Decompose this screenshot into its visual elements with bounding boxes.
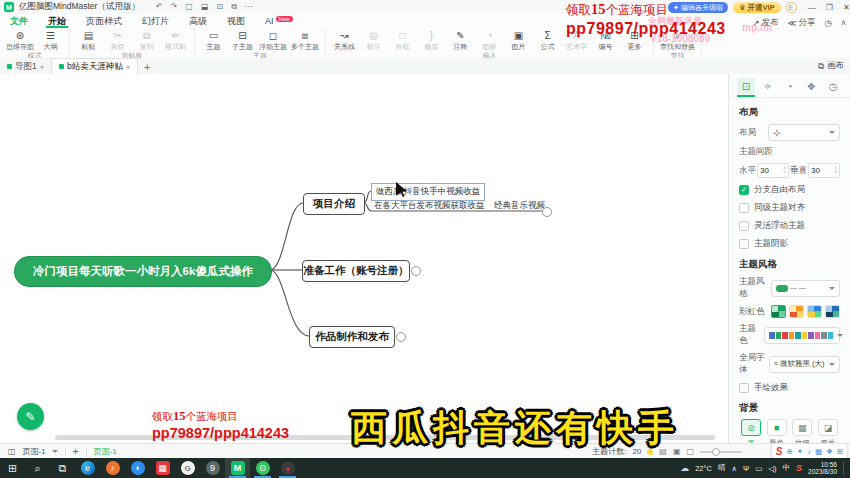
edge-browser-icon[interactable]: e bbox=[75, 458, 100, 478]
ribbon-outline-button[interactable]: ☰ 大纲 bbox=[37, 30, 64, 52]
collapse-ribbon-icon[interactable]: ˄ bbox=[841, 18, 846, 28]
close-button[interactable]: ✕ bbox=[843, 3, 850, 12]
subtopic-platforms[interactable]: 在各大平台发布视频获取收益 bbox=[374, 200, 485, 212]
sogou-logo-icon[interactable]: S bbox=[776, 446, 783, 457]
ime-tool-icon[interactable]: ✦ bbox=[797, 447, 803, 456]
global-font-dropdown[interactable]: ≈ 微软雅黑 (大) bbox=[769, 356, 840, 373]
menu-tab-view[interactable]: 视图 bbox=[217, 14, 255, 28]
weather-cloud-icon[interactable]: ☁ bbox=[680, 463, 689, 473]
ribbon-boundary-button[interactable]: □ 外框 bbox=[389, 30, 416, 52]
checkbox-hand-drawn[interactable]: 手绘效果 bbox=[739, 382, 840, 394]
central-topic[interactable]: 冷门项目每天听歌一小时月入6k傻瓜式操作 bbox=[14, 256, 272, 287]
account-avatar[interactable]: E bbox=[786, 2, 797, 13]
format-tool-app-icon[interactable]: G bbox=[175, 458, 200, 478]
rainbow-palette-3[interactable] bbox=[807, 305, 822, 318]
ribbon-topic-button[interactable]: ▭ 主题 bbox=[200, 30, 227, 52]
weather-condition[interactable]: 晴 bbox=[718, 463, 726, 473]
open-file-icon[interactable]: ⬓ bbox=[201, 0, 209, 14]
menu-tab-home[interactable]: 开始 bbox=[38, 14, 76, 28]
wechat-taskbar-icon[interactable]: ⊙ bbox=[250, 458, 275, 478]
ribbon-multi-topic-button[interactable]: ⧈ 多个主题 bbox=[290, 30, 320, 52]
new-file-icon[interactable]: ▢ bbox=[185, 0, 193, 14]
menu-tab-file[interactable]: 文件 bbox=[0, 14, 38, 28]
show-desktop-divider[interactable] bbox=[843, 461, 844, 475]
rainbow-palette-4[interactable] bbox=[825, 305, 840, 318]
tab-close-icon[interactable]: ● bbox=[126, 63, 130, 70]
tab-close-icon[interactable]: ● bbox=[40, 63, 44, 70]
more-icon[interactable]: ⋯ bbox=[245, 0, 253, 14]
search-button[interactable]: ⌕ bbox=[25, 458, 50, 478]
browser-app-icon[interactable]: ◗ bbox=[125, 458, 150, 478]
stepper-icon[interactable]: ˄˅ bbox=[834, 167, 837, 175]
ime-mic-icon[interactable]: ♪ bbox=[807, 447, 811, 456]
ribbon-note-button[interactable]: ✎ 注释 bbox=[447, 30, 474, 52]
rainbow-palette-2[interactable] bbox=[789, 305, 804, 318]
upgrade-badge[interactable]: ✦ 编辑器升级啦 bbox=[668, 2, 728, 13]
vertical-spacing-input[interactable]: 30 ˄˅ bbox=[808, 163, 840, 178]
redo-icon[interactable]: ↷ bbox=[171, 0, 178, 14]
undo-icon[interactable]: ↶ bbox=[156, 0, 163, 14]
theme-style-dropdown[interactable] bbox=[771, 280, 840, 297]
start-button[interactable]: ⊞ bbox=[0, 458, 25, 478]
task-view-button[interactable]: ⧉ bbox=[50, 458, 75, 478]
ribbon-paste-button[interactable]: ▤ 粘贴 bbox=[75, 30, 102, 52]
subtopic-selected[interactable]: 做西瓜 抖音快手中视频收益 bbox=[371, 183, 485, 201]
ribbon-image-button[interactable]: ▣ 图片 bbox=[505, 30, 532, 52]
branch-topic-preparation[interactable]: 准备工作（账号注册） bbox=[302, 260, 410, 282]
marker-tab[interactable]: ◔ bbox=[781, 78, 799, 94]
maximize-button[interactable]: ❐ bbox=[826, 3, 833, 12]
rainbow-palette-1[interactable] bbox=[771, 305, 786, 318]
save-icon[interactable]: ⊡ bbox=[216, 0, 223, 14]
ribbon-floating-topic-button[interactable]: ◻ 浮动主题 bbox=[258, 30, 288, 52]
music-app-icon[interactable]: ♪ bbox=[100, 458, 125, 478]
canvas-panel-button[interactable]: ⧉ 画布 bbox=[818, 60, 844, 72]
layout-tab[interactable]: ⊡ bbox=[737, 78, 755, 94]
collapse-indicator[interactable] bbox=[396, 332, 406, 342]
ribbon-summary-button[interactable]: } 概要 bbox=[418, 30, 445, 52]
ribbon-format-painter-button[interactable]: ✏ 格式刷 bbox=[162, 30, 189, 52]
add-page-button[interactable]: + bbox=[73, 446, 79, 457]
ime-skin-icon[interactable]: ❖ bbox=[826, 447, 833, 456]
menu-tab-ai[interactable]: AINew bbox=[255, 14, 303, 28]
ime-board-icon[interactable]: ▦ bbox=[815, 447, 822, 456]
page-selector[interactable]: 页面-1 bbox=[23, 446, 58, 457]
branch-topic-production[interactable]: 作品制作和发布 bbox=[309, 326, 395, 348]
tray-volume-icon[interactable]: ◁) bbox=[768, 464, 776, 473]
theme-tab[interactable]: ❖ bbox=[802, 78, 820, 94]
ribbon-relationship-button[interactable]: ↝ 关系线 bbox=[331, 30, 358, 52]
history-tab[interactable]: ◷ bbox=[824, 78, 842, 94]
page-tab-active[interactable]: 页面-1 bbox=[94, 446, 117, 457]
tray-mic-icon[interactable]: Ψ bbox=[743, 464, 749, 473]
horizontal-spacing-input[interactable]: 30 ˄˅ bbox=[757, 163, 789, 178]
menu-tab-slides[interactable]: 幻灯片 bbox=[132, 14, 179, 28]
nine-app-icon[interactable]: 9 bbox=[200, 458, 225, 478]
doc-tab-2-active[interactable]: b站卖天涯神贴 ● bbox=[51, 58, 138, 74]
style-tab[interactable]: ✧ bbox=[759, 78, 777, 94]
collapse-indicator[interactable] bbox=[542, 207, 552, 217]
mindmaster-taskbar-icon[interactable]: M bbox=[225, 458, 250, 478]
history-icon[interactable]: ◷ bbox=[825, 18, 832, 28]
theme-color-dropdown[interactable] bbox=[764, 327, 840, 344]
checkbox-topic-shadow[interactable]: 主题阴影 bbox=[739, 238, 840, 250]
checkbox-flexible-floating[interactable]: 灵活浮动主题 bbox=[739, 220, 840, 232]
ribbon-mindmap-button[interactable]: ⊛ 思维导图 bbox=[5, 30, 35, 52]
ribbon-formula-button[interactable]: Σ 公式 bbox=[534, 30, 561, 52]
ime-language-indicator[interactable]: 中 bbox=[783, 463, 791, 473]
assistant-float-button[interactable]: ✎ bbox=[17, 403, 44, 430]
mindmap-canvas[interactable]: 冷门项目每天听歌一小时月入6k傻瓜式操作 项目介绍 做西瓜 抖音快手中视频收益 … bbox=[0, 74, 728, 443]
ribbon-marker-button[interactable]: ◔ 图标 bbox=[476, 30, 503, 52]
weather-temp[interactable]: 22°C bbox=[695, 464, 712, 473]
menu-tab-advanced[interactable]: 高级 bbox=[179, 14, 217, 28]
new-doc-tab-button[interactable]: + bbox=[144, 60, 150, 74]
ribbon-subtopic-button[interactable]: ⊟ 子主题 bbox=[229, 30, 256, 52]
tray-display-icon[interactable]: ▭ bbox=[755, 464, 762, 473]
subtopic-classic-music[interactable]: 经典音乐视频 bbox=[494, 200, 545, 212]
reader-app-icon[interactable]: ▦ bbox=[150, 458, 175, 478]
ime-tool-icon[interactable]: ⊕ bbox=[787, 447, 793, 456]
branch-topic-intro[interactable]: 项目介绍 bbox=[303, 193, 365, 215]
ime-grid-icon[interactable]: ⊞ bbox=[837, 447, 843, 456]
clock[interactable]: 10:56 2023/8/30 bbox=[808, 461, 837, 475]
minimize-button[interactable]: — bbox=[808, 3, 816, 12]
stepper-icon[interactable]: ˄˅ bbox=[783, 167, 786, 175]
export-icon[interactable]: ⧉ bbox=[231, 0, 237, 14]
